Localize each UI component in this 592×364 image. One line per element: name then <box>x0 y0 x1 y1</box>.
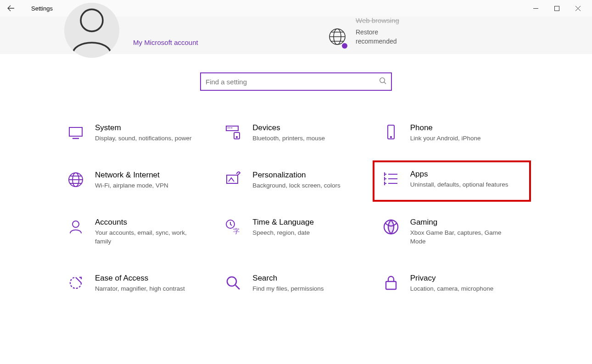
tile-title: Ease of Access <box>95 274 185 283</box>
svg-point-11 <box>390 137 391 138</box>
tile-system[interactable]: System Display, sound, notifications, po… <box>67 121 210 147</box>
tile-devices[interactable]: Devices Bluetooth, printers, mouse <box>224 121 368 147</box>
tile-desc: Bluetooth, printers, mouse <box>252 134 325 143</box>
tile-title: Accounts <box>95 218 196 227</box>
tile-title: Gaming <box>410 218 511 227</box>
search-input[interactable] <box>206 78 379 86</box>
tile-title: Devices <box>252 123 325 132</box>
account-hero: My Microsoft account Web browsing Restor… <box>0 17 592 54</box>
devices-icon <box>224 123 242 142</box>
svg-rect-6 <box>69 127 82 136</box>
svg-point-19 <box>227 277 236 286</box>
tile-desc: Link your Android, iPhone <box>410 134 481 143</box>
tile-search[interactable]: Search Find my files, permissions <box>224 271 368 298</box>
svg-point-15 <box>73 221 79 227</box>
svg-rect-0 <box>554 6 559 11</box>
apps-icon <box>382 170 400 188</box>
phone-icon <box>382 123 400 142</box>
network-icon <box>67 171 85 189</box>
svg-point-9 <box>236 137 237 138</box>
tile-gaming[interactable]: Gaming Xbox Game Bar, captures, Game Mod… <box>382 215 525 250</box>
tile-desc: Speech, region, date <box>252 229 314 237</box>
minimize-icon <box>533 6 538 11</box>
privacy-icon <box>382 274 400 292</box>
accounts-icon <box>67 218 85 236</box>
tile-accounts[interactable]: Accounts Your accounts, email, sync, wor… <box>67 215 210 250</box>
minimize-button[interactable] <box>525 1 546 16</box>
avatar-placeholder-icon <box>64 3 119 58</box>
tile-title: Personalization <box>252 171 340 180</box>
close-button[interactable] <box>567 1 588 16</box>
ease-of-access-icon <box>67 274 85 292</box>
maximize-button[interactable] <box>546 1 567 16</box>
tile-desc: Display, sound, notifications, power <box>95 134 192 143</box>
tile-desc: Wi-Fi, airplane mode, VPN <box>95 182 168 190</box>
tile-apps[interactable]: Apps Uninstall, defaults, optional featu… <box>374 161 530 201</box>
tile-time-language[interactable]: 字 Time & Language Speech, region, date <box>224 215 368 250</box>
tile-desc: Find my files, permissions <box>252 285 324 293</box>
web-browsing-summary[interactable]: Web browsing Restorerecommended <box>328 17 399 48</box>
window-title: Settings <box>31 5 53 12</box>
tile-title: Time & Language <box>252 218 314 227</box>
svg-rect-20 <box>386 281 396 289</box>
svg-point-5 <box>380 78 385 83</box>
tile-network[interactable]: Network & Internet Wi-Fi, airplane mode,… <box>67 168 210 194</box>
web-browsing-subtitle: Restorerecommended <box>356 28 399 46</box>
tile-title: Network & Internet <box>95 171 168 180</box>
tile-desc: Xbox Game Bar, captures, Game Mode <box>410 229 511 245</box>
svg-point-1 <box>64 3 119 58</box>
tile-ease-of-access[interactable]: Ease of Access Narrator, magnifier, high… <box>67 271 210 298</box>
tile-phone[interactable]: Phone Link your Android, iPhone <box>382 121 525 147</box>
arrow-left-icon <box>7 5 15 12</box>
tile-desc: Background, lock screen, colors <box>252 182 340 190</box>
svg-text:字: 字 <box>233 227 240 235</box>
system-icon <box>67 123 85 142</box>
maximize-icon <box>554 6 559 11</box>
tile-title: Phone <box>410 123 481 132</box>
personalization-icon <box>224 171 242 189</box>
close-icon <box>575 6 581 11</box>
tile-title: Search <box>252 274 324 283</box>
window-controls <box>525 1 588 16</box>
search-tile-icon <box>224 274 242 292</box>
tile-personalization[interactable]: Personalization Background, lock screen,… <box>224 168 368 194</box>
tile-desc: Narrator, magnifier, high contrast <box>95 285 185 293</box>
my-microsoft-account-link[interactable]: My Microsoft account <box>133 39 198 46</box>
tile-privacy[interactable]: Privacy Location, camera, microphone <box>382 271 525 298</box>
tile-desc: Location, camera, microphone <box>410 285 494 293</box>
gaming-icon <box>382 218 400 236</box>
search-icon <box>379 77 386 86</box>
settings-grid: System Display, sound, notifications, po… <box>67 121 525 298</box>
tile-title: Apps <box>410 170 508 179</box>
tile-desc: Your accounts, email, sync, work, family <box>95 229 196 245</box>
tile-desc: Uninstall, defaults, optional features <box>410 181 508 189</box>
back-button[interactable] <box>4 1 18 16</box>
web-browsing-title: Web browsing <box>356 17 399 24</box>
status-dot <box>342 43 347 49</box>
search-box[interactable] <box>200 72 392 91</box>
time-language-icon: 字 <box>224 218 242 236</box>
avatar <box>64 3 119 58</box>
tile-title: Privacy <box>410 274 494 283</box>
tile-title: System <box>95 123 192 132</box>
